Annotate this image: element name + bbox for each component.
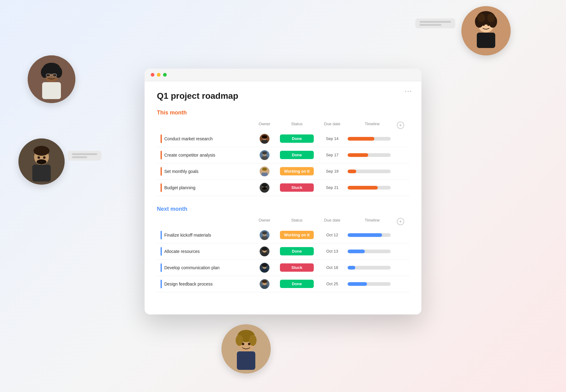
timeline-fill: [348, 250, 365, 253]
browser-content: Q1 project roadmap ··· This month Owner …: [145, 81, 421, 314]
task-cell: Conduct market research: [161, 134, 252, 143]
svg-rect-60: [261, 253, 268, 256]
table-row[interactable]: Allocate resources Done Oct 13: [157, 243, 409, 260]
due-cell: Oct 25: [317, 282, 348, 286]
timeline-cell: [348, 186, 397, 190]
scene: Q1 project roadmap ··· This month Owner …: [0, 0, 566, 392]
timeline-fill: [348, 137, 374, 141]
svg-point-6: [487, 14, 495, 22]
svg-point-34: [242, 343, 244, 345]
table-row[interactable]: Budget planning Stuck Sep 21: [157, 180, 409, 196]
due-cell: Sep 17: [317, 153, 348, 157]
svg-point-42: [262, 151, 267, 154]
timeline-cell: [348, 137, 397, 141]
task-name: Finalize kickoff materials: [164, 233, 211, 238]
header-task: [161, 122, 252, 129]
svg-rect-24: [32, 165, 51, 182]
due-cell: Oct 18: [317, 265, 348, 270]
svg-point-9: [487, 23, 490, 26]
task-cell: Budget planning: [161, 183, 252, 192]
svg-rect-56: [261, 236, 268, 240]
this-month-title: This month: [157, 110, 409, 116]
svg-point-55: [262, 231, 267, 234]
header-owner: Owner: [252, 218, 277, 225]
timeline-cell: [348, 153, 397, 157]
header-status: Status: [277, 218, 317, 225]
due-cell: Sep 21: [317, 185, 348, 190]
timeline-bar: [348, 170, 391, 173]
header-timeline: Timeline: [348, 218, 397, 225]
task-cell: Finalize kickoff materials: [161, 231, 252, 239]
table-row[interactable]: Develop communication plan Stuck Oct 18: [157, 260, 409, 276]
timeline-fill: [348, 266, 355, 270]
header-status: Status: [277, 122, 317, 129]
more-options-button[interactable]: ···: [405, 87, 412, 95]
svg-point-35: [248, 343, 250, 345]
svg-rect-15: [42, 82, 61, 99]
avatar: [260, 230, 269, 240]
timeline-fill: [348, 186, 378, 190]
task-name: Conduct market research: [164, 136, 213, 141]
timeline-bar: [348, 186, 391, 190]
timeline-bar: [348, 137, 391, 141]
browser-bar: [145, 69, 421, 81]
avatar: [260, 150, 269, 160]
svg-point-46: [262, 168, 267, 171]
owner-cell: [252, 150, 277, 160]
svg-rect-47: [261, 173, 268, 176]
header-owner: Owner: [252, 122, 277, 129]
table-row[interactable]: Design feedback process Done Oct 25: [157, 276, 409, 292]
svg-point-25: [38, 156, 40, 159]
add-column-button-next[interactable]: +: [397, 218, 404, 225]
timeline-fill: [348, 153, 368, 157]
svg-rect-33: [237, 351, 255, 370]
browser-dot-yellow: [157, 73, 161, 77]
svg-point-26: [43, 156, 46, 159]
svg-rect-64: [261, 269, 268, 273]
table-row[interactable]: Create competitor analysis Done Sep 17: [157, 147, 409, 163]
task-cell: Create competitor analysis: [161, 151, 252, 159]
task-cell: Set monthly goals: [161, 167, 252, 176]
status-cell: Stuck: [277, 263, 317, 272]
add-column-button[interactable]: +: [397, 122, 404, 129]
owner-cell: [252, 246, 277, 256]
svg-rect-7: [477, 33, 495, 48]
due-cell: Oct 12: [317, 233, 348, 237]
table-row[interactable]: Set monthly goals Working on it Sep 19: [157, 163, 409, 180]
owner-cell: [252, 166, 277, 176]
task-bar-icon: [161, 231, 162, 239]
status-badge: Done: [280, 151, 314, 159]
task-bar-icon: [161, 151, 162, 159]
task-cell: Develop communication plan: [161, 263, 252, 272]
header-add: +: [397, 122, 405, 129]
timeline-cell: [348, 170, 397, 173]
avatar: [260, 183, 269, 193]
svg-rect-68: [261, 285, 268, 289]
svg-rect-39: [261, 140, 268, 144]
svg-point-8: [482, 23, 485, 26]
task-bar-icon: [161, 183, 162, 192]
task-name: Design feedback process: [164, 282, 213, 286]
status-badge: Working on it: [280, 231, 314, 239]
due-cell: Sep 14: [317, 136, 348, 141]
owner-cell: [252, 230, 277, 240]
avatar: [260, 246, 269, 256]
status-badge: Done: [280, 134, 314, 143]
header-task: [161, 218, 252, 225]
timeline-bar: [348, 282, 391, 286]
timeline-bar: [348, 266, 391, 270]
this-month-table-header: Owner Status Due date Timeline +: [157, 120, 409, 130]
timeline-bar: [348, 250, 391, 253]
browser-dot-red: [151, 73, 154, 77]
timeline-cell: [348, 233, 397, 237]
table-row[interactable]: Conduct market research Done Sep 14: [157, 131, 409, 147]
status-badge: Stuck: [280, 263, 314, 272]
timeline-cell: [348, 282, 397, 286]
timeline-bar: [348, 153, 391, 157]
next-month-title: Next month: [157, 206, 409, 212]
svg-point-52: [262, 187, 267, 190]
next-month-table-header: Owner Status Due date Timeline +: [157, 217, 409, 226]
due-cell: Sep 19: [317, 169, 348, 174]
table-row[interactable]: Finalize kickoff materials Working on it…: [157, 227, 409, 243]
status-badge: Done: [280, 280, 314, 288]
